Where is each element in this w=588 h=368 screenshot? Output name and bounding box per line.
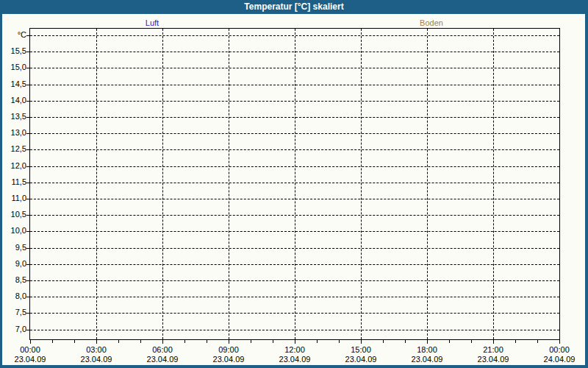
y-tick-label: 14,5 xyxy=(2,79,26,89)
x-tick-mark-minor xyxy=(317,340,318,343)
x-tick-time: 09:00 xyxy=(203,345,254,355)
x-tick-date: 23.04.09 xyxy=(401,355,453,364)
y-axis-unit-label: °C xyxy=(2,30,26,40)
x-tick-mark-minor xyxy=(339,340,340,343)
y-tick-label: 11,5 xyxy=(2,177,26,187)
y-tick-mark xyxy=(26,149,29,150)
plot-area xyxy=(29,28,560,340)
y-tick-mark xyxy=(26,215,29,216)
y-tick-label: 14,0 xyxy=(2,96,26,105)
x-tick-label: 09:0023.04.09 xyxy=(203,345,254,364)
y-tick-label: 13,5 xyxy=(2,112,26,121)
x-tick-mark-major xyxy=(30,340,31,344)
v-gridline xyxy=(162,29,163,339)
title-bar: Temperatur [°C] skaliert xyxy=(0,0,588,14)
x-tick-date: 23.04.09 xyxy=(71,355,122,364)
x-tick-mark-major xyxy=(229,340,229,344)
x-tick-time: 15:00 xyxy=(335,345,387,355)
y-tick-label: 15,5 xyxy=(2,46,26,56)
legend-label-luft: Luft xyxy=(130,18,174,27)
x-tick-time: 00:00 xyxy=(4,345,56,355)
y-tick-label: 9,0 xyxy=(2,259,26,269)
y-tick-mark xyxy=(26,85,29,85)
chart-window: Temperatur [°C] skaliert Luft Boden °C15… xyxy=(0,0,588,368)
x-tick-mark-major xyxy=(162,340,163,344)
y-tick-mark xyxy=(26,133,29,134)
y-tick-mark xyxy=(26,248,29,249)
x-tick-mark-minor xyxy=(383,340,384,343)
x-tick-date: 24.04.09 xyxy=(534,355,585,364)
x-tick-date: 23.04.09 xyxy=(203,355,254,364)
y-tick-label: 15,0 xyxy=(2,63,26,72)
x-tick-mark-minor xyxy=(184,340,185,343)
y-tick-mark xyxy=(26,313,29,314)
x-tick-label: 03:0023.04.09 xyxy=(71,345,122,364)
v-gridline xyxy=(427,29,428,339)
v-gridline xyxy=(493,29,494,339)
x-tick-mark-minor xyxy=(405,340,406,343)
x-tick-date: 23.04.09 xyxy=(335,355,387,364)
y-tick-label: 7,0 xyxy=(2,325,26,334)
x-tick-label: 21:0023.04.09 xyxy=(467,345,519,364)
y-tick-mark xyxy=(26,68,29,68)
x-tick-label: 15:0023.04.09 xyxy=(335,345,387,364)
v-gridline xyxy=(295,29,295,339)
y-tick-label: 8,5 xyxy=(2,275,26,285)
y-tick-label: 13,0 xyxy=(2,128,26,138)
x-tick-time: 00:00 xyxy=(534,345,585,355)
x-tick-mark-minor xyxy=(52,340,53,343)
y-tick-label: 10,5 xyxy=(2,210,26,219)
v-gridline xyxy=(96,29,97,339)
y-tick-mark xyxy=(26,117,29,118)
y-tick-mark xyxy=(26,199,29,199)
y-tick-label: 8,0 xyxy=(2,291,26,301)
y-tick-mark xyxy=(26,280,29,281)
x-tick-mark-minor xyxy=(251,340,251,343)
x-tick-time: 18:00 xyxy=(401,345,453,355)
x-tick-mark-minor xyxy=(537,340,538,343)
x-tick-mark-minor xyxy=(449,340,450,343)
y-tick-label: 12,5 xyxy=(2,144,26,154)
x-tick-date: 23.04.09 xyxy=(137,355,188,364)
x-tick-date: 23.04.09 xyxy=(467,355,519,364)
x-tick-mark-minor xyxy=(471,340,472,343)
x-tick-mark-major xyxy=(559,340,560,344)
x-tick-mark-major xyxy=(295,340,295,344)
x-tick-mark-major xyxy=(493,340,494,344)
y-tick-label: 12,0 xyxy=(2,161,26,171)
x-tick-mark-major xyxy=(427,340,428,344)
x-tick-mark-minor xyxy=(515,340,516,343)
x-tick-date: 23.04.09 xyxy=(269,355,320,364)
v-gridline xyxy=(229,29,229,339)
v-gridline xyxy=(361,29,362,339)
x-tick-label: 18:0023.04.09 xyxy=(401,345,453,364)
x-tick-mark-major xyxy=(361,340,362,344)
x-tick-mark-minor xyxy=(140,340,141,343)
legend-label-boden: Boden xyxy=(409,18,453,27)
y-tick-label: 9,5 xyxy=(2,243,26,252)
x-tick-mark-minor xyxy=(118,340,119,343)
y-tick-mark xyxy=(26,166,29,167)
y-tick-mark xyxy=(26,231,29,232)
y-tick-mark xyxy=(26,264,29,265)
y-tick-label: 11,0 xyxy=(2,194,26,203)
y-tick-mark xyxy=(26,35,29,36)
y-tick-mark xyxy=(26,52,29,52)
x-tick-label: 00:0023.04.09 xyxy=(4,345,56,364)
y-tick-mark xyxy=(26,101,29,102)
x-tick-mark-minor xyxy=(74,340,75,343)
x-tick-time: 12:00 xyxy=(269,345,320,355)
x-tick-label: 12:0023.04.09 xyxy=(269,345,320,364)
x-tick-time: 06:00 xyxy=(137,345,188,355)
y-tick-mark xyxy=(26,330,29,330)
y-tick-label: 7,5 xyxy=(2,308,26,317)
x-tick-time: 03:00 xyxy=(71,345,122,355)
y-tick-mark xyxy=(26,297,29,297)
x-tick-mark-major xyxy=(96,340,97,344)
x-tick-label: 06:0023.04.09 xyxy=(137,345,188,364)
y-tick-label: 10,0 xyxy=(2,226,26,236)
x-tick-mark-minor xyxy=(207,340,207,343)
x-tick-time: 21:00 xyxy=(467,345,519,355)
y-tick-mark xyxy=(26,183,29,183)
chart-title: Temperatur [°C] skaliert xyxy=(244,1,343,12)
